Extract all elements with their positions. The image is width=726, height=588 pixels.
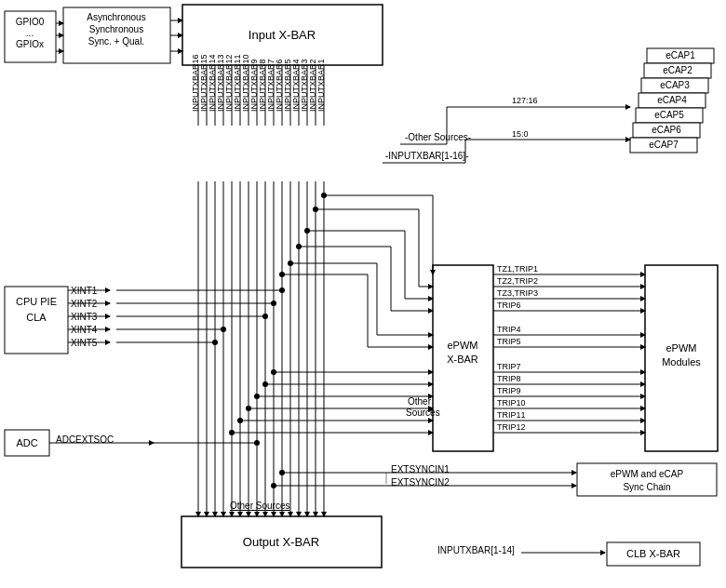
other-sources-epwm-label: Other bbox=[408, 396, 432, 407]
trip4-label: TRIP4 bbox=[497, 325, 521, 334]
trip9-label: TRIP9 bbox=[497, 386, 521, 395]
other-sources-epwm-label2: Sources bbox=[406, 408, 440, 418]
tz3-trip3-label: TZ3,TRIP3 bbox=[497, 288, 538, 298]
gpiox-label: GPIOx bbox=[16, 39, 44, 49]
gpio-label: GPIO0 bbox=[16, 17, 45, 27]
other-sources-top-label: -Other Sources- bbox=[405, 132, 471, 142]
trip8-label: TRIP8 bbox=[497, 374, 521, 383]
inputxbar-1-14-label: INPUTXBAR[1-14] bbox=[437, 545, 515, 555]
cla-label: CLA bbox=[26, 312, 47, 323]
range-15-0-label: 15:0 bbox=[512, 129, 529, 139]
inputxbar1-label: INPUTXBAR1 bbox=[316, 59, 326, 112]
epwm-xbar-label1: ePWM bbox=[448, 340, 478, 351]
inputxbar-1-16-label: -INPUTXBAR[1-16]- bbox=[385, 151, 468, 161]
ecap2-label: eCAP2 bbox=[663, 65, 692, 75]
epwm-ecap-sync-label1: ePWM and eCAP bbox=[611, 469, 684, 479]
ecap5-label: eCAP5 bbox=[654, 110, 684, 120]
cpu-label: CPU PIE bbox=[16, 296, 57, 307]
ecap4-label: eCAP4 bbox=[657, 95, 687, 105]
tz1-trip1-label: TZ1,TRIP1 bbox=[497, 264, 538, 274]
epwm-modules-label1: ePWM bbox=[666, 342, 697, 354]
input-xbar-label: Input X-BAR bbox=[249, 28, 316, 42]
epwm-modules-label2: Modules bbox=[662, 356, 701, 368]
clb-xbar-label: CLB X-BAR bbox=[626, 548, 680, 559]
async-label: Asynchronous bbox=[87, 12, 145, 22]
trip6-label: TRIP6 bbox=[497, 301, 521, 310]
trip12-label: TRIP12 bbox=[497, 422, 526, 432]
epwm-ecap-sync-label2: Sync Chain bbox=[623, 482, 670, 492]
ecap7-label: eCAP7 bbox=[649, 140, 679, 150]
trip5-label: TRIP5 bbox=[497, 337, 521, 346]
ecap1-label: eCAP1 bbox=[666, 50, 695, 60]
gpio-dots: ... bbox=[26, 28, 34, 38]
tz2-trip2-label: TZ2,TRIP2 bbox=[497, 276, 538, 286]
sync-label: Synchronous bbox=[89, 24, 143, 34]
sync-qual-label: Sync. + Qual. bbox=[88, 36, 144, 47]
other-sources-output-label: Other Sources bbox=[230, 501, 289, 511]
ecap3-label: eCAP3 bbox=[660, 80, 690, 90]
ecap6-label: eCAP6 bbox=[652, 125, 681, 135]
epwm-xbar-label2: X-BAR bbox=[447, 354, 478, 365]
adc-label: ADC bbox=[16, 437, 37, 448]
range-127-16-label: 127:16 bbox=[512, 96, 538, 105]
output-xbar-label: Output X-BAR bbox=[243, 535, 319, 549]
trip7-label: TRIP7 bbox=[497, 362, 521, 371]
trip11-label: TRIP11 bbox=[497, 410, 526, 420]
diagram-container: GPIO0 ... GPIOx Asynchronous Synchronous… bbox=[0, 0, 726, 588]
trip10-label: TRIP10 bbox=[497, 398, 526, 408]
